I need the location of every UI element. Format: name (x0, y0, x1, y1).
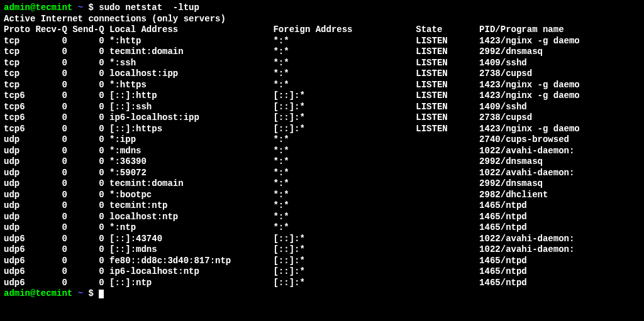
output-row: udp 0 0 *:59072 *:* 1022/avahi-daemon: (4, 168, 640, 179)
prompt-tilde: ~ (78, 288, 83, 298)
output-row: tcp6 0 0 [::]:ssh [::]:* LISTEN 1409/ssh… (4, 102, 640, 113)
output-rows: tcp 0 0 *:http *:* LISTEN 1423/nginx -g … (4, 36, 640, 289)
output-row: udp 0 0 *:36390 *:* 2992/dnsmasq (4, 156, 640, 168)
output-row: udp 0 0 tecmint:ntp *:* 1465/ntpd (4, 200, 640, 212)
output-row: udp6 0 0 ip6-localhost:ntp [::]:* 1465/n… (4, 266, 640, 278)
output-row: tcp 0 0 *:https *:* LISTEN 1423/nginx -g… (4, 80, 640, 91)
output-row: tcp6 0 0 [::]:https [::]:* LISTEN 1423/n… (4, 124, 640, 135)
output-row: tcp 0 0 localhost:ipp *:* LISTEN 2738/cu… (4, 68, 640, 80)
output-row: tcp 0 0 tecmint:domain *:* LISTEN 2992/d… (4, 46, 640, 58)
prompt-tilde: ~ (78, 3, 83, 13)
output-row: udp 0 0 *:mdns *:* 1022/avahi-daemon: (4, 146, 640, 157)
output-row: udp6 0 0 [::]:ntp [::]:* 1465/ntpd (4, 278, 640, 289)
cursor[interactable] (99, 290, 104, 298)
prompt-user: admin@tecmint (4, 288, 72, 298)
prompt-line-2[interactable]: admin@tecmint ~ $ (4, 288, 640, 300)
output-row: udp6 0 0 fe80::dd8c:3d40:817:ntp [::]:* … (4, 256, 640, 267)
output-row: udp 0 0 *:bootpc *:* 2982/dhclient (4, 190, 640, 201)
output-row: udp 0 0 *:ntp *:* 1465/ntpd (4, 222, 640, 234)
output-row: udp6 0 0 [::]:mdns [::]:* 1022/avahi-dae… (4, 244, 640, 256)
output-header-1: Active Internet connections (only server… (4, 14, 640, 25)
output-row: udp 0 0 localhost:ntp *:* 1465/ntpd (4, 212, 640, 223)
prompt-dollar: $ (83, 3, 99, 13)
output-header-2: Proto Recv-Q Send-Q Local Address Foreig… (4, 24, 640, 36)
output-row: udp6 0 0 [::]:43740 [::]:* 1022/avahi-da… (4, 234, 640, 245)
output-row: tcp 0 0 *:ssh *:* LISTEN 1409/sshd (4, 58, 640, 69)
output-row: tcp 0 0 *:http *:* LISTEN 1423/nginx -g … (4, 36, 640, 47)
command-text: sudo netstat -ltup (99, 3, 199, 13)
output-row: tcp6 0 0 ip6-localhost:ipp [::]:* LISTEN… (4, 112, 640, 124)
prompt-dollar: $ (83, 288, 99, 298)
output-row: tcp6 0 0 [::]:http [::]:* LISTEN 1423/ng… (4, 90, 640, 102)
output-row: udp 0 0 *:ipp *:* 2740/cups-browsed (4, 134, 640, 146)
output-row: udp 0 0 tecmint:domain *:* 2992/dnsmasq (4, 178, 640, 190)
prompt-line-1: admin@tecmint ~ $ sudo netstat -ltup (4, 3, 640, 14)
prompt-user: admin@tecmint (4, 3, 72, 13)
